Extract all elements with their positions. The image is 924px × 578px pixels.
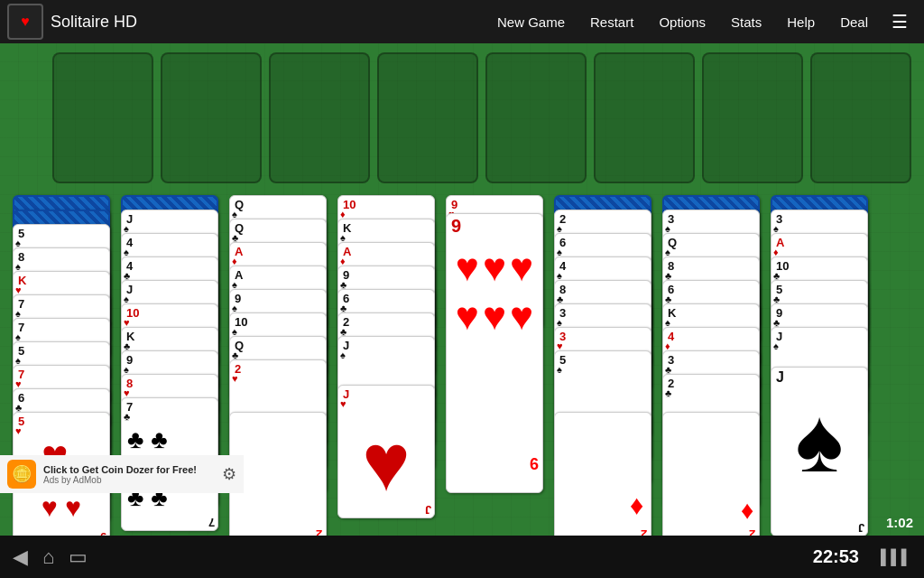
menu-icon[interactable]: ☰ [882, 5, 917, 38]
tableau-col-5: 9 ♥ 9 ♥ ♥ ♥ ♥ ♥ ♥ 6 [446, 195, 547, 574]
system-clock: 22:53 [813, 546, 859, 567]
new-game-button[interactable]: New Game [486, 9, 576, 35]
foundation-slot-5[interactable] [485, 52, 587, 183]
card[interactable]: J ♠ J [771, 367, 868, 536]
ad-text: Click to Get Coin Dozer for Free! [43, 464, 197, 475]
ad-sub: Ads by AdMob [43, 475, 197, 485]
restart-button[interactable]: Restart [579, 9, 644, 35]
stats-button[interactable]: Stats [720, 9, 772, 35]
card[interactable]: J ♥ ♥ J [337, 385, 435, 518]
game-timer: 1:02 [886, 515, 913, 530]
foundation-slot-1[interactable] [52, 52, 153, 183]
tableau-col-6: 2 ♠ 6 ♠ 4 ♠ 8 ♣ 3 ♠ 3 ♥ [554, 195, 655, 574]
foundation-slot-8[interactable] [810, 52, 911, 183]
tableau-col-8: 3 ♠ A ♦ 10 ♣ 5 ♣ 9 ♣ J ♠ [771, 195, 872, 574]
options-button[interactable]: Options [648, 9, 716, 35]
back-icon[interactable]: ◀ [13, 545, 28, 569]
ad-icon: 🪙 [7, 460, 36, 489]
foundation-slot-6[interactable] [594, 52, 695, 183]
app-title: Solitaire HD [51, 13, 486, 32]
foundation-slot-3[interactable] [269, 52, 370, 183]
recents-icon[interactable]: ▭ [69, 545, 88, 569]
top-bar: ♥ Solitaire HD New Game Restart Options … [0, 0, 924, 43]
tableau-col-7: 3 ♠ Q ♠ 8 ♣ 6 ♣ K ♠ 4 ♦ [662, 195, 763, 574]
nav-bar: New Game Restart Options Stats Help Deal… [486, 5, 917, 38]
foundation-slot-4[interactable] [377, 52, 478, 183]
signal-icon: ▌▌▌ [881, 549, 911, 565]
tableau-col-1: 5 ♠ 8 ♠ K ♥ 7 ♠ 7 ♠ 5 ♠ [13, 195, 114, 574]
foundations-row [0, 43, 924, 183]
card[interactable]: 2 [229, 412, 327, 545]
app-logo: ♥ [7, 4, 43, 40]
deal-button[interactable]: Deal [829, 9, 879, 35]
tableau-col-3: Q ♠ Q ♣ A ♦ A ♠ 9 ♠ 10 ♠ [229, 195, 330, 574]
tableau-col-2: J ♠ 4 ♠ 4 ♣ J ♠ 10 ♥ ♥ ♥♥ ♥♥ ♥ K ♣ [121, 195, 222, 574]
foundation-slot-2[interactable] [161, 52, 262, 183]
home-icon[interactable]: ⌂ [42, 545, 54, 569]
ad-settings-icon[interactable]: ⚙ [222, 464, 236, 484]
tableau: 5 ♠ 8 ♠ K ♥ 7 ♠ 7 ♠ 5 ♠ [0, 195, 924, 574]
ad-bar[interactable]: 🪙 Click to Get Coin Dozer for Free! Ads … [0, 455, 244, 493]
foundation-slot-7[interactable] [702, 52, 803, 183]
game-area: 5 ♠ 8 ♠ K ♥ 7 ♠ 7 ♠ 5 ♠ [0, 43, 924, 536]
card[interactable]: 9 ♥ ♥ ♥ ♥ ♥ ♥ 6 [446, 213, 543, 493]
bottom-bar: ◀ ⌂ ▭ 22:53 ▌▌▌ [0, 536, 924, 578]
help-button[interactable]: Help [776, 9, 826, 35]
card[interactable]: 2 ♦ [554, 412, 651, 545]
card[interactable]: 2 ♦ [662, 412, 760, 545]
tableau-col-4: 10 ♦ K ♠ A ♦ 9 ♣ 6 ♣ 2 ♣ [337, 195, 439, 574]
ad-content: Click to Get Coin Dozer for Free! Ads by… [43, 464, 197, 485]
